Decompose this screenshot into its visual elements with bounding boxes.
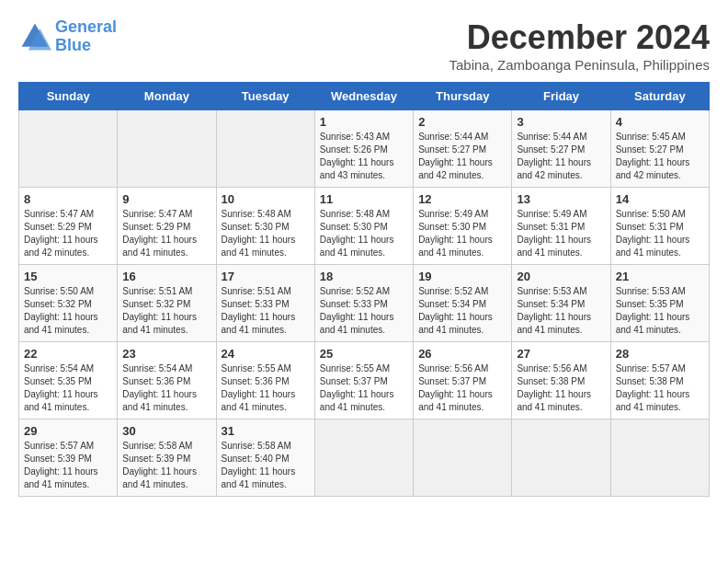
calendar-cell: 29Sunrise: 5:57 AMSunset: 5:39 PMDayligh… [19,419,118,497]
calendar-cell: 31Sunrise: 5:58 AMSunset: 5:40 PMDayligh… [216,419,314,497]
day-number: 4 [616,115,704,129]
day-info: Sunrise: 5:49 AMSunset: 5:30 PMDaylight:… [418,209,493,258]
calendar-cell: 14Sunrise: 5:50 AMSunset: 5:31 PMDayligh… [610,188,709,265]
day-number: 17 [222,270,310,283]
day-info: Sunrise: 5:52 AMSunset: 5:33 PMDaylight:… [320,286,394,335]
day-info: Sunrise: 5:58 AMSunset: 5:39 PMDaylight:… [122,441,197,489]
day-header-saturday: Saturday [610,83,709,110]
day-number: 26 [418,347,506,361]
day-number: 23 [122,347,210,361]
day-info: Sunrise: 5:55 AMSunset: 5:36 PMDaylight:… [222,363,296,412]
day-number: 9 [122,192,210,206]
day-info: Sunrise: 5:44 AMSunset: 5:27 PMDaylight:… [418,132,493,180]
day-info: Sunrise: 5:55 AMSunset: 5:37 PMDaylight:… [320,363,394,412]
title-section: December 2024 Tabina, Zamboanga Peninsul… [449,18,710,73]
day-number: 18 [320,270,408,283]
calendar-cell: 3Sunrise: 5:44 AMSunset: 5:27 PMDaylight… [512,110,610,188]
calendar-cell: 1Sunrise: 5:43 AMSunset: 5:26 PMDaylight… [314,110,413,188]
day-number: 28 [616,347,704,361]
calendar-cell: 23Sunrise: 5:54 AMSunset: 5:36 PMDayligh… [118,342,216,419]
day-info: Sunrise: 5:47 AMSunset: 5:29 PMDaylight:… [122,209,197,258]
calendar-cell: 16Sunrise: 5:51 AMSunset: 5:32 PMDayligh… [118,265,216,342]
calendar-cell: 21Sunrise: 5:53 AMSunset: 5:35 PMDayligh… [610,265,709,342]
day-number: 12 [418,192,506,206]
day-info: Sunrise: 5:48 AMSunset: 5:30 PMDaylight:… [320,209,394,258]
day-number: 31 [222,424,310,438]
calendar-header-row: SundayMondayTuesdayWednesdayThursdayFrid… [19,83,710,110]
day-info: Sunrise: 5:47 AMSunset: 5:29 PMDaylight:… [24,209,98,258]
day-header-thursday: Thursday [414,83,512,110]
day-number: 13 [517,192,605,206]
calendar-cell [314,419,413,497]
day-header-sunday: Sunday [19,83,118,110]
day-info: Sunrise: 5:49 AMSunset: 5:31 PMDaylight:… [517,209,591,258]
calendar-cell: 22Sunrise: 5:54 AMSunset: 5:35 PMDayligh… [19,342,118,419]
calendar-cell: 28Sunrise: 5:57 AMSunset: 5:38 PMDayligh… [610,342,709,419]
day-info: Sunrise: 5:50 AMSunset: 5:31 PMDaylight:… [616,209,690,258]
logo-text: General Blue [55,18,117,55]
calendar-cell [512,419,610,497]
day-info: Sunrise: 5:45 AMSunset: 5:27 PMDaylight:… [616,132,690,180]
day-info: Sunrise: 5:52 AMSunset: 5:34 PMDaylight:… [418,286,493,335]
calendar-cell [118,110,216,188]
calendar-cell: 4Sunrise: 5:45 AMSunset: 5:27 PMDaylight… [610,110,709,188]
calendar-cell: 25Sunrise: 5:55 AMSunset: 5:37 PMDayligh… [314,342,413,419]
calendar-cell: 2Sunrise: 5:44 AMSunset: 5:27 PMDaylight… [414,110,512,188]
day-info: Sunrise: 5:56 AMSunset: 5:38 PMDaylight:… [517,363,591,412]
day-info: Sunrise: 5:58 AMSunset: 5:40 PMDaylight:… [222,441,296,489]
calendar-cell: 19Sunrise: 5:52 AMSunset: 5:34 PMDayligh… [414,265,512,342]
day-info: Sunrise: 5:54 AMSunset: 5:35 PMDaylight:… [24,363,98,412]
calendar-week-2: 8Sunrise: 5:47 AMSunset: 5:29 PMDaylight… [19,188,710,265]
page-header: General Blue December 2024 Tabina, Zambo… [18,18,710,73]
day-info: Sunrise: 5:50 AMSunset: 5:32 PMDaylight:… [24,286,98,335]
calendar-cell: 12Sunrise: 5:49 AMSunset: 5:30 PMDayligh… [414,188,512,265]
calendar-cell: 30Sunrise: 5:58 AMSunset: 5:39 PMDayligh… [118,419,216,497]
calendar-cell: 26Sunrise: 5:56 AMSunset: 5:37 PMDayligh… [414,342,512,419]
calendar-cell: 8Sunrise: 5:47 AMSunset: 5:29 PMDaylight… [19,188,118,265]
calendar-body: 1Sunrise: 5:43 AMSunset: 5:26 PMDaylight… [19,110,710,497]
day-info: Sunrise: 5:57 AMSunset: 5:38 PMDaylight:… [616,363,690,412]
day-number: 11 [320,192,408,206]
logo-icon [18,20,51,53]
day-number: 29 [24,424,112,438]
day-header-friday: Friday [512,83,610,110]
day-number: 20 [517,270,605,283]
subtitle: Tabina, Zamboanga Peninsula, Philippines [449,57,710,73]
day-info: Sunrise: 5:51 AMSunset: 5:33 PMDaylight:… [222,286,296,335]
calendar-week-3: 15Sunrise: 5:50 AMSunset: 5:32 PMDayligh… [19,265,710,342]
day-number: 24 [222,347,310,361]
calendar-week-5: 29Sunrise: 5:57 AMSunset: 5:39 PMDayligh… [19,419,710,497]
day-number: 2 [418,115,506,129]
day-info: Sunrise: 5:53 AMSunset: 5:34 PMDaylight:… [517,286,591,335]
day-number: 21 [616,270,704,283]
calendar-cell: 13Sunrise: 5:49 AMSunset: 5:31 PMDayligh… [512,188,610,265]
calendar-cell: 15Sunrise: 5:50 AMSunset: 5:32 PMDayligh… [19,265,118,342]
calendar-week-1: 1Sunrise: 5:43 AMSunset: 5:26 PMDaylight… [19,110,710,188]
day-number: 27 [517,347,605,361]
day-number: 3 [517,115,605,129]
logo: General Blue [18,18,117,55]
day-info: Sunrise: 5:56 AMSunset: 5:37 PMDaylight:… [418,363,493,412]
day-header-monday: Monday [118,83,216,110]
calendar-table: SundayMondayTuesdayWednesdayThursdayFrid… [18,82,710,497]
day-info: Sunrise: 5:51 AMSunset: 5:32 PMDaylight:… [122,286,197,335]
calendar-cell [610,419,709,497]
day-number: 30 [122,424,210,438]
day-info: Sunrise: 5:53 AMSunset: 5:35 PMDaylight:… [616,286,690,335]
main-title: December 2024 [449,18,710,57]
calendar-cell: 17Sunrise: 5:51 AMSunset: 5:33 PMDayligh… [216,265,314,342]
calendar-cell: 27Sunrise: 5:56 AMSunset: 5:38 PMDayligh… [512,342,610,419]
day-info: Sunrise: 5:48 AMSunset: 5:30 PMDaylight:… [222,209,296,258]
calendar-cell: 9Sunrise: 5:47 AMSunset: 5:29 PMDaylight… [118,188,216,265]
calendar-cell: 11Sunrise: 5:48 AMSunset: 5:30 PMDayligh… [314,188,413,265]
calendar-cell: 18Sunrise: 5:52 AMSunset: 5:33 PMDayligh… [314,265,413,342]
calendar-week-4: 22Sunrise: 5:54 AMSunset: 5:35 PMDayligh… [19,342,710,419]
day-number: 14 [616,192,704,206]
day-number: 25 [320,347,408,361]
day-info: Sunrise: 5:54 AMSunset: 5:36 PMDaylight:… [122,363,197,412]
day-number: 1 [320,115,408,129]
day-number: 16 [122,270,210,283]
calendar-cell [414,419,512,497]
day-header-tuesday: Tuesday [216,83,314,110]
day-number: 8 [24,192,112,206]
